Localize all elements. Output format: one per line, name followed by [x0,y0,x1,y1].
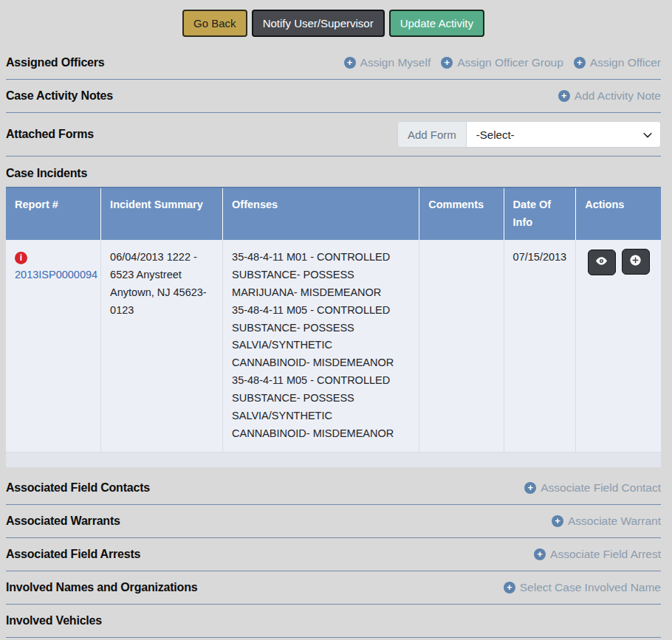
offense-item: 35-48-4-11 M05 - CONTROLLED SUBSTANCE- P… [232,302,410,373]
add-circle-icon: + [441,57,453,69]
info-icon[interactable]: i [15,252,27,264]
column-header-offenses: Offenses [223,187,419,240]
case-incidents-title: Case Incidents [6,167,661,180]
add-form-button[interactable]: Add Form [397,121,467,148]
section-associated-field-contacts: Associated Field Contacts + Associate Fi… [6,472,661,505]
add-circle-icon: + [558,90,570,102]
assign-officer-group-link[interactable]: + Assign Officer Group [441,56,563,69]
associated-warrants-title: Associated Warrants [6,515,120,528]
select-case-involved-name-link[interactable]: + Select Case Involved Name [504,581,661,594]
attached-forms-title: Attached Forms [6,128,94,141]
associate-field-contact-label: Associate Field Contact [541,481,661,495]
section-case-incidents: Case Incidents [6,156,661,187]
section-associated-field-arrests: Associated Field Arrests + Associate Fie… [6,538,661,571]
plus-circle-icon [628,253,642,269]
table-row: i 2013ISP0000094 06/04/2013 1222 - 6523 … [6,240,661,453]
form-select-value: -Select- [476,128,515,141]
incident-summary-cell: 06/04/2013 1222 - 6523 Anystreet Anytown… [101,240,223,453]
go-back-button[interactable]: Go Back [182,10,247,37]
assigned-officers-title: Assigned Officers [6,56,105,69]
offense-item: 35-48-4-11 M05 - CONTROLLED SUBSTANCE- P… [232,372,410,443]
form-select-dropdown[interactable]: -Select- [467,121,661,148]
view-incident-button[interactable] [588,250,616,275]
add-circle-icon: + [534,548,546,560]
associate-warrant-label: Associate Warrant [568,515,661,528]
assign-officer-link[interactable]: + Assign Officer [574,56,661,69]
table-footer-strip [6,453,661,467]
section-involved-vehicles: Involved Vehicles [6,605,661,638]
add-circle-icon: + [574,57,586,69]
associate-field-arrest-label: Associate Field Arrest [550,548,661,561]
column-header-incident-summary: Incident Summary [101,187,223,240]
actions-cell [576,240,661,453]
add-activity-note-label: Add Activity Note [575,89,661,103]
case-activity-notes-links: + Add Activity Note [558,89,661,103]
date-of-info-cell: 07/15/2013 [504,240,576,453]
assign-officer-label: Assign Officer [590,56,661,69]
offense-item: 35-48-4-11 M01 - CONTROLLED SUBSTANCE- P… [232,249,410,302]
section-attached-forms: Attached Forms Add Form -Select- [6,113,661,156]
select-case-involved-name-label: Select Case Involved Name [520,581,661,594]
chevron-down-icon [642,130,653,142]
case-detail-page: Go Back Notify User/Supervisor Update Ac… [0,0,672,640]
involved-vehicles-title: Involved Vehicles [6,614,102,627]
assign-officer-group-label: Assign Officer Group [457,56,563,69]
assign-myself-label: Assign Myself [360,56,431,69]
case-incidents-table: Report # Incident Summary Offenses Comme… [6,187,661,453]
add-circle-icon: + [524,482,536,494]
case-activity-notes-title: Case Activity Notes [6,89,113,103]
top-toolbar: Go Back Notify User/Supervisor Update Ac… [6,0,661,47]
add-circle-icon: + [552,515,563,527]
column-header-comments: Comments [419,187,504,240]
assign-myself-link[interactable]: + Assign Myself [344,56,431,69]
add-circle-icon: + [504,582,515,593]
column-header-actions: Actions [576,187,661,240]
associated-field-contacts-title: Associated Field Contacts [6,481,150,495]
comments-cell [419,240,504,453]
associate-field-contact-link[interactable]: + Associate Field Contact [524,481,661,495]
section-involved-names: Involved Names and Organizations + Selec… [6,571,661,605]
add-form-group: Add Form -Select- [397,121,661,148]
add-circle-icon: + [344,57,356,69]
add-activity-note-link[interactable]: + Add Activity Note [558,89,661,103]
column-header-report: Report # [6,187,101,240]
report-number-cell: i 2013ISP0000094 [6,240,101,453]
associate-warrant-link[interactable]: + Associate Warrant [552,515,661,528]
offenses-cell: 35-48-4-11 M01 - CONTROLLED SUBSTANCE- P… [223,240,419,453]
report-number-link[interactable]: 2013ISP0000094 [15,269,97,281]
assigned-officers-links: + Assign Myself + Assign Officer Group +… [344,56,661,69]
eye-icon [594,255,609,269]
associate-field-arrest-link[interactable]: + Associate Field Arrest [534,548,661,561]
involved-names-title: Involved Names and Organizations [6,581,197,594]
section-case-activity-notes: Case Activity Notes + Add Activity Note [6,80,661,113]
associated-field-arrests-title: Associated Field Arrests [6,548,140,561]
column-header-date-of-info: Date Of Info [504,187,576,240]
table-header-row: Report # Incident Summary Offenses Comme… [6,187,661,240]
notify-user-supervisor-button[interactable]: Notify User/Supervisor [252,10,385,37]
section-assigned-officers: Assigned Officers + Assign Myself + Assi… [6,47,661,80]
section-associated-warrants: Associated Warrants + Associate Warrant [6,505,661,538]
update-activity-button[interactable]: Update Activity [389,10,484,37]
add-to-incident-button[interactable] [622,249,650,275]
